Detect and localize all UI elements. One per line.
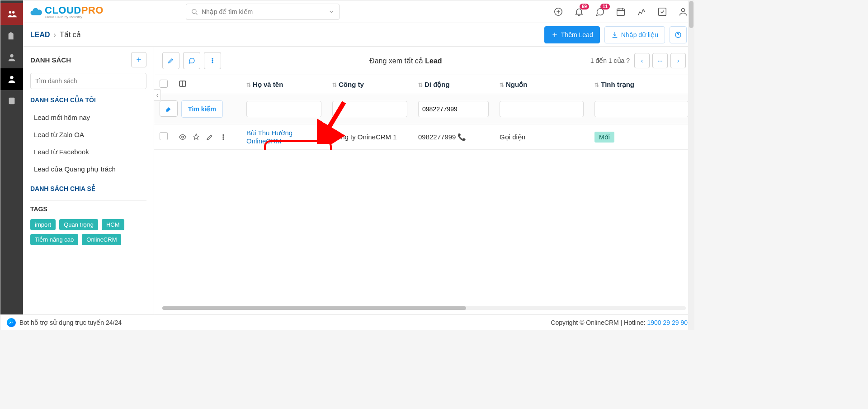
topbar: CLOUDPRO Cloud CRM by Industry 69 11	[0, 0, 694, 23]
svg-point-11	[212, 62, 213, 63]
task-icon[interactable]	[657, 6, 668, 17]
col-mobile[interactable]: Di động	[425, 81, 450, 88]
more-button[interactable]	[204, 52, 221, 69]
footer: Bot hỗ trợ sử dụng trực tuyến 24/24 Copy…	[0, 314, 694, 330]
cloud-icon	[29, 5, 43, 19]
pencil-icon[interactable]	[206, 133, 214, 141]
clear-filters-button[interactable]	[160, 100, 178, 117]
list-item[interactable]: Lead của Quang phụ trách	[30, 161, 146, 178]
logo[interactable]: CLOUDPRO Cloud CRM by Industry	[29, 5, 104, 19]
page-more-button[interactable]: ···	[652, 53, 668, 68]
row-company: Công ty OnineCRM 1	[332, 133, 397, 141]
svg-point-13	[182, 136, 184, 138]
add-list-button[interactable]	[131, 52, 146, 67]
chevron-down-icon[interactable]	[328, 9, 335, 15]
col-company[interactable]: Công ty	[339, 81, 364, 88]
tags: import Quan trọng HCM Tiềm năng cao Onli…	[30, 219, 146, 245]
collapse-sidebar-handle[interactable]: ‹	[154, 89, 161, 101]
col-status[interactable]: Tình trạng	[601, 81, 634, 88]
eye-icon[interactable]	[179, 133, 187, 141]
star-icon[interactable]	[192, 133, 200, 141]
import-button[interactable]: Nhập dữ liệu	[604, 26, 665, 43]
my-lists-title: DANH SÁCH CỦA TÔI	[30, 96, 146, 104]
rail-companies[interactable]	[0, 25, 23, 47]
analytics-icon[interactable]	[636, 6, 647, 17]
add-lead-button[interactable]: Thêm Lead	[544, 26, 600, 43]
sort-icon[interactable]: ⇅	[500, 82, 504, 88]
page-next-button[interactable]: ›	[670, 53, 686, 68]
breadcrumb-view[interactable]: Tất cả	[60, 30, 81, 39]
search-button[interactable]: Tìm kiếm	[181, 100, 223, 118]
svg-point-6	[10, 54, 13, 57]
filter-name-input[interactable]	[246, 101, 321, 117]
table-row[interactable]: Bùi Thu Hường OnlineCRM Công ty OnineCRM…	[154, 124, 694, 150]
tag[interactable]: HCM	[102, 219, 124, 230]
row-checkbox[interactable]	[160, 132, 168, 140]
row-mobile: 0982277999	[418, 133, 456, 141]
svg-point-7	[10, 76, 13, 79]
global-search[interactable]	[186, 4, 340, 20]
filter-mobile-input[interactable]	[418, 101, 489, 117]
vertical-scrollbar[interactable]	[688, 0, 694, 330]
sort-icon[interactable]: ⇅	[332, 82, 337, 88]
col-name[interactable]: Họ và tên	[253, 81, 283, 88]
svg-point-0	[192, 9, 196, 13]
comment-button[interactable]	[183, 52, 200, 69]
rail-other[interactable]	[0, 90, 23, 112]
rail-contacts[interactable]	[0, 47, 23, 68]
row-status: Mới	[594, 132, 614, 143]
my-lists: Lead mới hôm nay Lead từ Zalo OA Lead từ…	[30, 109, 146, 178]
help-button[interactable]	[670, 26, 687, 43]
footer-hotline[interactable]: 1900 29 29 90	[647, 319, 688, 326]
sidebar-search[interactable]	[30, 73, 146, 89]
select-all-checkbox[interactable]	[160, 80, 168, 88]
sort-icon[interactable]: ⇅	[594, 82, 599, 88]
bell-icon[interactable]: 69	[574, 6, 585, 17]
filter-company-input[interactable]	[332, 101, 407, 117]
filter-status-input[interactable]	[594, 101, 689, 117]
breadcrumb-module[interactable]: LEAD	[30, 31, 50, 39]
calendar-icon[interactable]	[615, 6, 626, 17]
breadcrumb: LEAD › Tất cả	[30, 30, 81, 39]
shared-lists-title: DANH SÁCH CHIA SẺ	[30, 185, 146, 192]
tag[interactable]: import	[30, 219, 56, 230]
sort-icon[interactable]: ⇅	[418, 82, 423, 88]
row-source: Gọi điện	[500, 133, 525, 141]
svg-point-4	[681, 8, 684, 11]
tag[interactable]: OnlineCRM	[82, 234, 121, 245]
sort-icon[interactable]: ⇅	[246, 82, 251, 88]
row-name[interactable]: Bùi Thu Hường OnlineCRM	[246, 129, 292, 145]
list-item[interactable]: Lead từ Facebook	[30, 143, 146, 161]
logo-pro: PRO	[81, 5, 104, 16]
col-source[interactable]: Nguồn	[506, 81, 527, 88]
rail-active-module[interactable]	[0, 68, 23, 90]
global-search-input[interactable]	[202, 8, 325, 15]
sidebar-search-input[interactable]	[35, 77, 142, 85]
list-item[interactable]: Lead mới hôm nay	[30, 109, 146, 126]
layout-icon[interactable]	[179, 80, 187, 88]
svg-rect-2	[617, 9, 625, 15]
user-icon[interactable]	[678, 6, 689, 17]
tag[interactable]: Quan trọng	[59, 219, 98, 230]
tag[interactable]: Tiềm năng cao	[30, 234, 78, 245]
messenger-icon[interactable]	[7, 318, 16, 327]
add-icon[interactable]	[553, 6, 564, 17]
logo-cloud: CLOUD	[45, 5, 81, 16]
filter-source-input[interactable]	[500, 101, 584, 117]
svg-point-15	[223, 136, 224, 137]
add-lead-label: Thêm Lead	[561, 31, 593, 38]
svg-point-9	[212, 58, 213, 59]
horizontal-scrollbar[interactable]	[162, 306, 686, 310]
edit-columns-button[interactable]	[162, 52, 179, 69]
chat-icon[interactable]: 11	[594, 6, 605, 17]
page-prev-button[interactable]: ‹	[634, 53, 650, 68]
list-item[interactable]: Lead từ Zalo OA	[30, 126, 146, 143]
phone-icon[interactable]: 📞	[458, 133, 466, 141]
import-label: Nhập dữ liệu	[621, 31, 658, 38]
table: ⇅Họ và tên ⇅Công ty ⇅Di động ⇅Nguồn ⇅Tìn…	[154, 75, 694, 150]
search-icon	[191, 8, 198, 15]
breadcrumb-sep: ›	[54, 31, 56, 39]
row-more-icon[interactable]	[219, 133, 227, 141]
rail-leads[interactable]	[0, 3, 23, 25]
notif-badge: 69	[580, 4, 589, 10]
